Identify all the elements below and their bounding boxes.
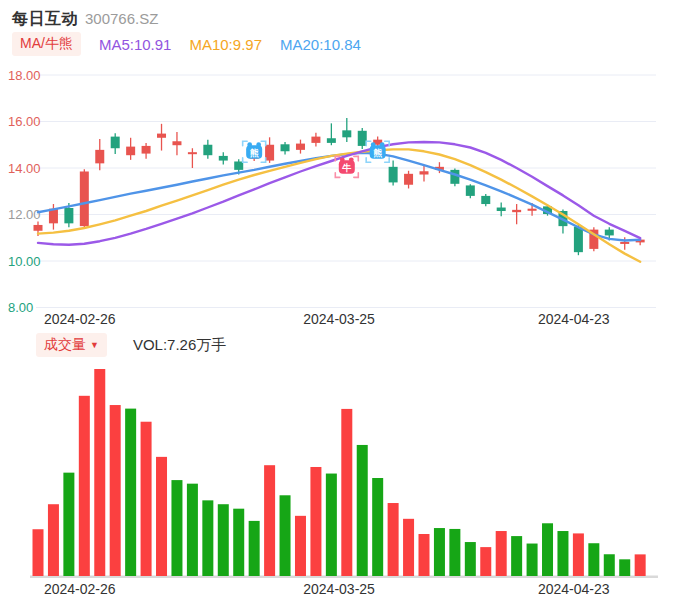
volume-bar[interactable] <box>295 516 306 576</box>
volume-bar[interactable] <box>141 422 152 576</box>
volume-chart[interactable]: 2024-02-262024-03-252024-04-23 <box>0 360 686 604</box>
candle[interactable] <box>620 242 629 244</box>
vol-value: VOL:7.26万手 <box>133 336 226 355</box>
ma-bullbear-chip[interactable]: MA/牛熊 <box>12 32 81 56</box>
stock-name: 每日互动 <box>12 9 78 30</box>
y-axis-label: 12.00 <box>8 207 41 222</box>
candle[interactable] <box>34 225 43 231</box>
candle[interactable] <box>296 144 305 150</box>
candle[interactable] <box>497 208 506 211</box>
volume-bar[interactable] <box>202 500 213 576</box>
badge-bracket <box>354 173 359 178</box>
badge-bracket <box>261 141 266 146</box>
y-axis-label: 8.00 <box>8 300 33 315</box>
volume-bar[interactable] <box>187 484 198 576</box>
candle[interactable] <box>450 170 459 184</box>
candle[interactable] <box>311 137 320 143</box>
candle[interactable] <box>281 144 290 151</box>
volume-chip-label: 成交量 <box>44 336 86 354</box>
volume-bar[interactable] <box>403 519 414 576</box>
volume-bar[interactable] <box>449 529 460 576</box>
volume-bar[interactable] <box>511 536 522 576</box>
candle[interactable] <box>203 145 212 155</box>
volume-bar[interactable] <box>496 531 507 576</box>
candle[interactable] <box>327 138 336 143</box>
candle[interactable] <box>80 171 89 226</box>
volume-bar[interactable] <box>63 473 74 576</box>
candle[interactable] <box>389 167 398 183</box>
badge-bracket <box>243 158 248 163</box>
candle[interactable] <box>342 130 351 137</box>
volume-bar[interactable] <box>604 554 615 576</box>
volume-bar[interactable] <box>480 547 491 576</box>
x-axis-label: 2024-02-26 <box>44 581 116 597</box>
candle[interactable] <box>528 209 537 211</box>
badge-bracket <box>261 158 266 163</box>
volume-legend: 成交量 ▼ VOL:7.26万手 <box>0 330 686 360</box>
x-axis-label: 2024-02-26 <box>44 311 116 327</box>
candle[interactable] <box>512 210 521 212</box>
candle[interactable] <box>142 146 151 154</box>
volume-bar[interactable] <box>79 396 90 576</box>
volume-bar[interactable] <box>619 559 630 576</box>
volume-bar[interactable] <box>635 554 646 576</box>
badge-bracket <box>366 141 371 146</box>
volume-bar[interactable] <box>527 544 538 576</box>
candle[interactable] <box>95 150 104 163</box>
candle[interactable] <box>605 230 614 236</box>
volume-bar[interactable] <box>110 405 121 576</box>
candle[interactable] <box>466 185 475 195</box>
candle[interactable] <box>157 134 166 138</box>
volume-bar[interactable] <box>557 531 568 576</box>
candle[interactable] <box>126 147 135 156</box>
y-axis-label: 16.00 <box>8 114 41 129</box>
volume-bar[interactable] <box>249 521 260 576</box>
volume-bar[interactable] <box>233 509 244 576</box>
volume-bar[interactable] <box>465 542 476 576</box>
bear-badge-glyph: 熊 <box>373 148 382 158</box>
badge-bracket <box>243 141 248 146</box>
bull-badge-glyph: 牛 <box>341 163 351 173</box>
volume-bar[interactable] <box>33 529 44 576</box>
candle[interactable] <box>420 171 429 174</box>
candle[interactable] <box>188 152 197 154</box>
volume-bar[interactable] <box>357 445 368 576</box>
chart-header: 每日互动 300766.SZ <box>0 0 686 30</box>
candle[interactable] <box>574 227 583 253</box>
volume-bar[interactable] <box>388 503 399 576</box>
volume-bar[interactable] <box>372 478 383 576</box>
volume-bar[interactable] <box>434 528 445 576</box>
volume-bar[interactable] <box>326 474 337 576</box>
volume-bar[interactable] <box>280 495 291 576</box>
ma10-value: MA10:9.97 <box>189 36 262 53</box>
candle[interactable] <box>172 141 181 145</box>
volume-bar[interactable] <box>588 543 599 576</box>
volume-bar[interactable] <box>218 504 229 576</box>
candle[interactable] <box>219 156 228 161</box>
volume-bar[interactable] <box>264 465 275 576</box>
candle[interactable] <box>481 196 490 204</box>
volume-bar[interactable] <box>573 533 584 576</box>
candle[interactable] <box>404 174 413 185</box>
badge-bracket <box>366 158 371 163</box>
volume-bar[interactable] <box>125 409 136 576</box>
candle[interactable] <box>111 137 120 149</box>
dropdown-arrow-icon: ▼ <box>90 341 99 350</box>
volume-bar[interactable] <box>171 480 182 576</box>
price-chart[interactable]: 18.0016.0014.0012.0010.008.00熊牛熊2024-02-… <box>0 58 686 330</box>
volume-bar[interactable] <box>156 457 167 576</box>
bear-badge-glyph: 熊 <box>250 148 259 158</box>
volume-bar[interactable] <box>419 534 430 576</box>
volume-chip[interactable]: 成交量 ▼ <box>36 333 107 357</box>
volume-bar[interactable] <box>310 467 321 576</box>
volume-bar[interactable] <box>94 369 105 576</box>
ma20-value: MA20:10.84 <box>280 36 361 53</box>
volume-bar[interactable] <box>542 523 553 576</box>
x-axis-label: 2024-04-23 <box>538 581 610 597</box>
stock-code: 300766.SZ <box>85 10 158 27</box>
volume-bar[interactable] <box>341 409 352 576</box>
x-axis-label: 2024-04-23 <box>538 311 610 327</box>
candle[interactable] <box>64 208 73 223</box>
volume-bar[interactable] <box>48 504 59 576</box>
y-axis-label: 14.00 <box>8 161 41 176</box>
